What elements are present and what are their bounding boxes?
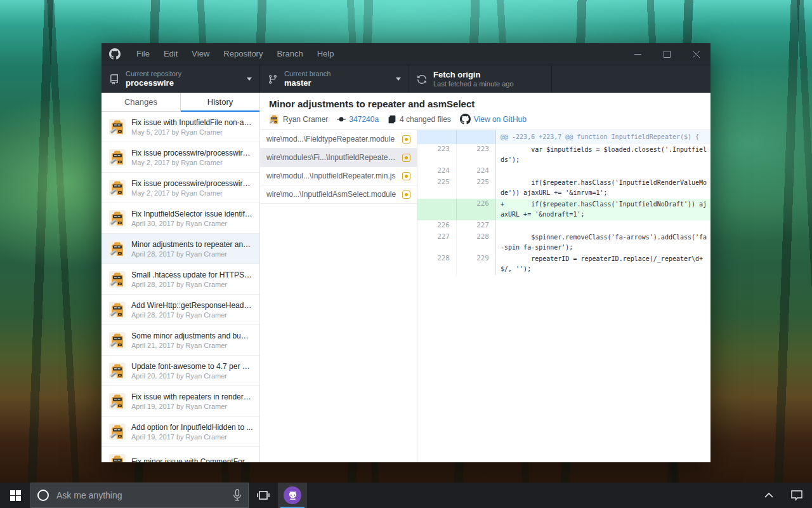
github-logo-icon <box>109 48 121 60</box>
sync-icon <box>417 74 427 84</box>
commit-item-title: Fix issue processwire/processwire-is... <box>131 149 253 157</box>
commit-item-title: Add WireHttp::getResponseHeader... <box>131 301 253 310</box>
github-mark-icon <box>460 114 471 124</box>
commit-item-title: Fix issue with repeaters in renderVa... <box>131 392 253 401</box>
microphone-icon[interactable] <box>233 489 242 502</box>
menu-item-help[interactable]: Help <box>310 43 341 65</box>
commit-list-item[interactable]: Some minor adjustments and bump..April 2… <box>102 325 259 356</box>
commit-item-date: May 2, 2017 by Ryan Cramer <box>131 159 253 166</box>
commit-item-title: Minor adjustments to repeater and ... <box>131 240 253 249</box>
commit-title: Minor adjustments to repeater and asmSel… <box>269 98 700 109</box>
commit-list-item[interactable]: Fix InputfieldSelector issue identifie..… <box>102 203 259 234</box>
diff-line: 225225 if($repeater.hasClass('Inputfield… <box>417 177 710 199</box>
task-view-icon <box>257 490 270 500</box>
window-titlebar: FileEditViewRepositoryBranchHelp <box>102 43 710 65</box>
diff-line: 226227 <box>417 220 710 232</box>
commit-item-date: April 20, 2017 by Ryan Cramer <box>131 372 253 380</box>
github-desktop-window: FileEditViewRepositoryBranchHelp Current… <box>102 43 710 462</box>
commit-detail-header: Minor adjustments to repeater and asmSel… <box>260 93 710 130</box>
avatar <box>109 454 126 463</box>
commit-item-date: May 2, 2017 by Ryan Cramer <box>131 189 253 197</box>
maximize-button[interactable] <box>652 43 681 65</box>
tab-changes[interactable]: Changes <box>102 93 180 111</box>
commit-item-title: Fix InputfieldSelector issue identifie..… <box>131 210 253 218</box>
diff-hunk-header: @@ -223,6 +223,7 @@ function InputfieldR… <box>417 130 710 144</box>
repository-name: processwire <box>126 78 181 88</box>
commit-list-item[interactable]: Add option for InputfieldHidden to ...Ap… <box>102 417 259 447</box>
commit-item-date: April 30, 2017 by Ryan Cramer <box>131 220 253 227</box>
changed-file-item[interactable]: wire\mod...\FieldtypeRepeater.module <box>260 130 417 149</box>
view-on-github-link[interactable]: View on GitHub <box>460 114 527 124</box>
chevron-down-icon <box>396 77 401 81</box>
commit-list-item[interactable]: Fix issue with InputfieldFile non-aja...… <box>102 112 259 142</box>
menu-item-edit[interactable]: Edit <box>157 43 185 65</box>
changed-file-item[interactable]: wire\modules\Fi...\InputfieldRepeater.js <box>260 149 417 167</box>
cortana-icon <box>37 490 49 501</box>
diff-line: 224224 <box>417 166 710 177</box>
system-tray <box>764 490 812 501</box>
tab-history[interactable]: History <box>180 93 259 111</box>
commit-list-item[interactable]: Fix issue processwire/processwire-is...M… <box>102 142 259 173</box>
commit-item-title: Fix issue processwire/processwire-is... <box>131 179 253 188</box>
avatar <box>269 114 279 124</box>
commit-item-date: April 28, 2017 by Ryan Cramer <box>131 311 253 319</box>
avatar <box>109 119 126 135</box>
commit-item-date: April 21, 2017 by Ryan Cramer <box>131 342 253 349</box>
commit-list-item[interactable]: Fix issue processwire/processwire-is...M… <box>102 173 259 203</box>
commit-meta-row: Ryan Cramer 347240a 4 changed files View… <box>269 114 700 124</box>
commit-item-date: May 5, 2017 by Ryan Cramer <box>131 128 253 136</box>
avatar <box>109 271 126 288</box>
diff-line: 223223 var $inputfields = $loaded.closes… <box>417 144 710 166</box>
avatar <box>109 302 126 318</box>
menu-item-view[interactable]: View <box>185 43 216 65</box>
avatar <box>109 210 126 227</box>
windows-logo-icon <box>10 490 21 501</box>
minimize-button[interactable] <box>623 43 652 65</box>
commit-author: Ryan Cramer <box>283 115 328 124</box>
avatar <box>109 241 126 257</box>
avatar <box>109 332 126 349</box>
commit-list-item[interactable]: Minor adjustments to repeater and ...Apr… <box>102 234 259 264</box>
avatar <box>109 180 126 196</box>
avatar <box>109 363 126 379</box>
commit-list-item[interactable]: Small .htacess update for HTTPS re...Apr… <box>102 264 259 295</box>
history-sidebar: Changes History Fix issue with Inputfiel… <box>102 93 260 462</box>
commit-sha-link[interactable]: 347240a <box>337 115 379 124</box>
menu-item-file[interactable]: File <box>129 43 157 65</box>
modified-file-icon <box>402 172 410 180</box>
menu-item-repository[interactable]: Repository <box>216 43 270 65</box>
diff-line: 226+ if($repeater.hasClass('InputfieldNo… <box>417 199 710 220</box>
fetch-subtitle: Last fetched a minute ago <box>433 80 514 89</box>
commit-item-date: April 19, 2017 by Ryan Cramer <box>131 433 252 441</box>
changed-file-item[interactable]: wire\modul...\InputfieldRepeater.min.js <box>260 167 417 185</box>
close-button[interactable] <box>681 43 710 65</box>
commit-list-item[interactable]: Fix minor issue with CommentForm... <box>102 447 259 462</box>
changed-files-count: 4 changed files <box>388 115 451 124</box>
commit-list-item[interactable]: Add WireHttp::getResponseHeader...April … <box>102 295 259 325</box>
changed-file-list: wire\mod...\FieldtypeRepeater.modulewire… <box>260 130 417 462</box>
commit-list-item[interactable]: Update font-awesome to 4.7 per pr...Apri… <box>102 356 259 386</box>
git-commit-icon <box>337 115 346 124</box>
action-center-icon[interactable] <box>790 490 803 501</box>
current-repository-dropdown[interactable]: Current repository processwire <box>102 65 260 93</box>
taskbar-github-desktop[interactable] <box>278 483 307 508</box>
fetch-title: Fetch origin <box>433 70 514 80</box>
chevron-down-icon <box>247 77 252 81</box>
menu-item-branch[interactable]: Branch <box>270 43 310 65</box>
task-view-button[interactable] <box>249 483 278 508</box>
commit-list-item[interactable]: Fix issue with repeaters in renderVa...A… <box>102 386 259 417</box>
show-hidden-icons-chevron[interactable] <box>764 492 774 498</box>
start-button[interactable] <box>0 483 30 508</box>
commit-list: Fix issue with InputfieldFile non-aja...… <box>102 112 259 462</box>
file-name: wire\modules\Fi...\InputfieldRepeater.js <box>266 153 397 162</box>
modified-file-icon <box>402 190 410 199</box>
repo-icon <box>109 74 119 84</box>
fetch-origin-button[interactable]: Fetch origin Last fetched a minute ago <box>409 65 552 93</box>
branch-label: Current branch <box>284 70 331 79</box>
branch-icon <box>268 74 278 84</box>
cortana-search-box[interactable]: Ask me anything <box>30 483 249 508</box>
window-content: Changes History Fix issue with Inputfiel… <box>102 93 710 462</box>
current-branch-dropdown[interactable]: Current branch master <box>260 65 409 93</box>
repository-label: Current repository <box>126 70 181 79</box>
changed-file-item[interactable]: wire\mo...\InputfieldAsmSelect.module <box>260 185 417 204</box>
